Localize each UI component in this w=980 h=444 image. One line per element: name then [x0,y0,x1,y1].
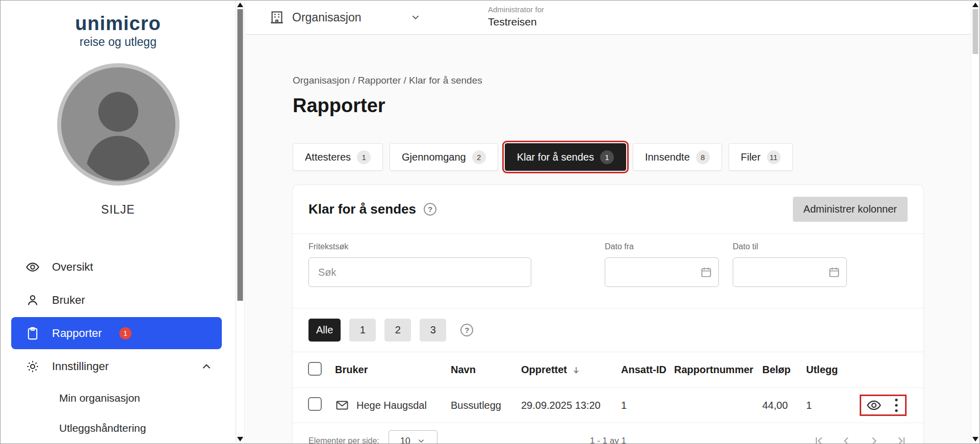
rapporter-count-badge: 1 [119,327,132,339]
tab-label: Attesteres [305,151,351,163]
person-silhouette-icon [61,67,175,181]
sidebar-item-oversikt[interactable]: Oversikt [1,250,236,283]
tab-filer[interactable]: Filer 11 [729,143,793,171]
column-header-belop[interactable]: Beløp [762,364,806,376]
sidebar-item-rapporter[interactable]: Rapporter 1 [11,317,222,349]
sidebar-item-innstillinger[interactable]: Innstillinger [1,350,236,383]
last-page-icon[interactable] [895,435,908,444]
breadcrumb[interactable]: Organisasjon / Rapporter / Klar for å se… [293,75,972,86]
chevron-up-icon[interactable] [200,360,213,373]
mail-icon [335,398,349,412]
search-input[interactable] [308,257,531,287]
sidebar-item-bruker[interactable]: Bruker [1,283,236,317]
sidebar-item-label: Innstillinger [52,360,109,373]
tab-gjennomgang[interactable]: Gjennomgang 2 [390,143,498,171]
chevron-down-icon [417,436,426,444]
table-header: Bruker Navn Opprettet Ansatt-ID Rapportn… [293,352,923,387]
column-header-bruker[interactable]: Bruker [335,364,451,376]
tab-badge: 2 [472,150,486,164]
page-title: Rapporter [293,94,972,117]
scrollbar-thumb[interactable] [973,9,978,54]
date-from-field: Dato fra [605,242,719,287]
tab-badge: 11 [767,150,781,164]
view-report-icon[interactable] [866,398,882,413]
filter-chip-1[interactable]: 1 [349,319,376,342]
prev-page-icon[interactable] [840,435,853,444]
table-row[interactable]: Hege Haugsdal Bussutlegg 29.09.2025 13:2… [293,387,923,423]
column-header-opprettet[interactable]: Opprettet [521,364,621,376]
tab-klar-for-a-sendes[interactable]: Klar for å sendes 1 [505,143,626,171]
app-logo: unimicro reise og utlegg [1,13,236,49]
date-to-label: Dato til [733,242,847,252]
help-icon[interactable]: ? [424,203,436,216]
tab-attesteres[interactable]: Attesteres 1 [293,143,383,171]
cell-actions [848,395,923,416]
sidebar-item-label: Bruker [52,294,85,307]
date-to-input[interactable] [733,257,847,287]
reports-card: Klar for å sendes ? Administrer kolonner… [293,185,923,444]
building-icon [269,10,285,25]
tab-badge: 1 [600,150,614,164]
scrollbar-thumb[interactable] [238,9,243,301]
next-page-icon[interactable] [868,435,880,444]
app-window: unimicro reise og utlegg SILJE Oversikt [0,0,980,444]
pagination-range: 1 - 1 av 1 [590,436,626,444]
logo-tagline: reise og utlegg [1,35,236,49]
column-header-utlegg[interactable]: Utlegg [806,364,848,376]
per-page-value: 10 [400,436,410,444]
main-content: Organisasjon / Rapporter / Klar for å se… [245,35,972,444]
sidebar-subitem-min-organisasjon[interactable]: Min organisasjon [1,383,236,413]
cell-bruker: Hege Haugsdal [335,398,451,412]
tab-label: Filer [741,151,761,163]
row-checkbox[interactable] [308,397,322,411]
date-from-input[interactable] [605,257,719,287]
tab-innsendte[interactable]: Innsendte 8 [633,143,722,171]
date-to-field: Dato til [733,242,847,287]
cell-ansatt-id: 1 [621,400,674,411]
main-area: Organisasjon Administrator for Testreise… [245,1,972,443]
table-footer: Elementer per side: 10 1 - 1 av 1 [293,423,923,444]
sidebar: unimicro reise og utlegg SILJE Oversikt [1,1,236,443]
sidebar-subitem-utleggshandtering[interactable]: Utleggshåndtering [1,413,236,443]
org-selector[interactable]: Organisasjon [269,10,421,25]
username: SILJE [1,203,236,217]
filter-chip-2[interactable]: 2 [384,319,411,342]
logo-wordmark: unimicro [1,13,236,35]
pager [813,435,908,444]
user-icon [25,293,40,307]
sidebar-item-label: Rapporter [52,327,102,340]
scroll-down-arrow-icon[interactable] [972,437,978,441]
search-field: Fritekstsøk [308,242,531,287]
avatar [57,63,179,186]
sidebar-nav: Oversikt Bruker Rapporter 1 Innstilling [1,250,236,443]
scroll-down-arrow-icon[interactable] [237,437,243,441]
eye-icon [25,260,40,274]
tabs: Attesteres 1 Gjennomgang 2 Klar for å se… [293,143,972,171]
chips-help-icon[interactable]: ? [460,324,473,336]
column-header-ansatt-id[interactable]: Ansatt-ID [621,364,674,376]
column-header-navn[interactable]: Navn [451,364,521,376]
page-scrollbar[interactable] [971,1,979,443]
select-all-checkbox[interactable] [308,362,322,376]
admin-for-label: Administrator for [488,5,544,14]
cell-belop: 44,00 [762,400,806,411]
row-actions-annotation-box [860,395,907,416]
sidebar-scrollbar[interactable] [236,1,245,443]
topbar: Organisasjon Administrator for Testreise… [245,1,972,35]
column-header-rapportnummer[interactable]: Rapportnummer [674,364,762,376]
scroll-up-arrow-icon[interactable] [972,3,978,7]
filter-chip-3[interactable]: 3 [420,319,446,342]
filter-chip-alle[interactable]: Alle [308,319,341,342]
per-page-select[interactable]: 10 [389,430,437,444]
row-user-name: Hege Haugsdal [356,400,427,411]
admin-info: Administrator for Testreisen [488,5,544,28]
org-selector-label: Organisasjon [292,11,362,24]
scroll-up-arrow-icon[interactable] [237,3,243,7]
tab-label: Klar for å sendes [517,151,594,163]
first-page-icon[interactable] [813,435,825,444]
tab-label: Gjennomgang [402,151,466,163]
tab-label: Innsendte [645,151,690,163]
cell-navn: Bussutlegg [451,400,521,411]
manage-columns-button[interactable]: Administrer kolonner [793,197,908,222]
more-options-icon[interactable] [893,398,900,413]
